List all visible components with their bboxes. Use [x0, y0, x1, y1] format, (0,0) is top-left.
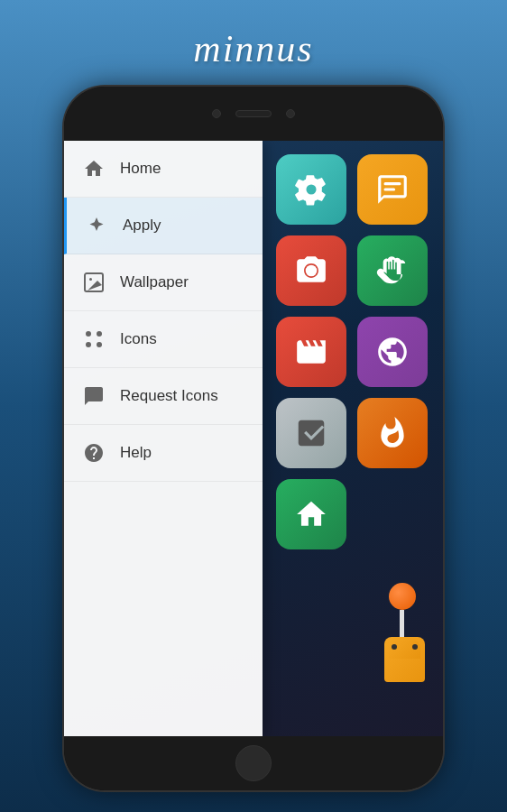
sparkle-icon [83, 212, 110, 239]
navigation-drawer: Home Apply Wallpaper Ic [64, 141, 263, 736]
wallpaper-icon [80, 269, 107, 296]
home-button[interactable] [235, 745, 272, 781]
svg-point-6 [97, 331, 102, 337]
drawer-item-help[interactable]: Help [64, 425, 263, 482]
svg-point-7 [86, 342, 91, 347]
drawer-home-label: Home [120, 160, 161, 178]
app-icon-camera[interactable] [276, 235, 346, 306]
icons-icon [80, 326, 107, 353]
svg-rect-1 [384, 188, 396, 190]
svg-point-4 [89, 278, 92, 281]
app-icon-calc[interactable] [276, 398, 346, 468]
earpiece-speaker [235, 110, 272, 117]
drawer-apply-label: Apply [123, 217, 161, 235]
phone-screen: Home Apply Wallpaper Ic [64, 141, 443, 736]
drawer-item-icons[interactable]: Icons [64, 311, 263, 368]
svg-rect-3 [85, 273, 103, 291]
phone-frame: Home Apply Wallpaper Ic [64, 87, 443, 790]
app-icon-hand[interactable] [357, 235, 428, 306]
phone-bottom-bar [64, 736, 443, 790]
app-icon-settings[interactable] [276, 154, 346, 225]
app-icon-fire[interactable] [357, 398, 428, 468]
front-camera [212, 109, 221, 118]
home-icon [80, 155, 107, 182]
svg-point-8 [97, 342, 102, 347]
drawer-item-request-icons[interactable]: Request Icons [64, 368, 263, 425]
help-icon [80, 439, 107, 466]
app-title: minnus [193, 27, 313, 70]
drawer-item-wallpaper[interactable]: Wallpaper [64, 254, 263, 311]
sensor [286, 109, 295, 118]
svg-point-5 [86, 331, 91, 337]
app-icon-cloud-house[interactable] [276, 479, 346, 549]
drawer-item-home[interactable]: Home [64, 141, 263, 198]
phone-top-bar [64, 87, 443, 141]
app-icon-message[interactable] [357, 154, 428, 225]
drawer-help-label: Help [120, 444, 152, 462]
chat-icon [80, 383, 107, 410]
drawer-wallpaper-label: Wallpaper [120, 273, 189, 291]
app-icon-film[interactable] [276, 317, 346, 387]
drawer-item-apply[interactable]: Apply [64, 198, 263, 254]
app-icon-globe[interactable] [357, 317, 428, 387]
drawer-request-icons-label: Request Icons [120, 387, 218, 405]
android-mascot [371, 583, 438, 691]
svg-point-2 [306, 265, 318, 277]
drawer-icons-label: Icons [120, 330, 157, 348]
svg-rect-0 [384, 182, 401, 185]
